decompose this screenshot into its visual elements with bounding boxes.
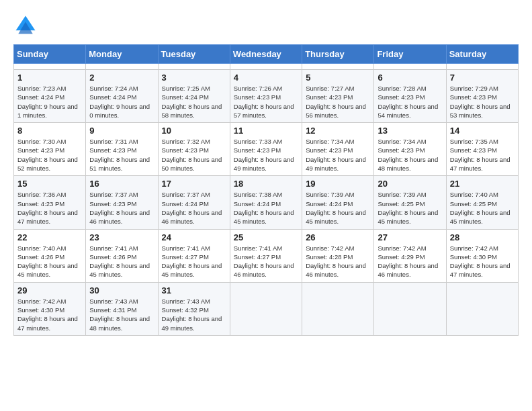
day-number: 21 xyxy=(450,179,515,189)
day-number: 14 xyxy=(450,126,515,136)
day-info: Sunrise: 7:32 AMSunset: 4:23 PMDaylight:… xyxy=(162,137,226,173)
day-info: Sunrise: 7:37 AMSunset: 4:23 PMDaylight:… xyxy=(89,190,154,226)
calendar-cell: 16Sunrise: 7:37 AMSunset: 4:23 PMDayligh… xyxy=(86,176,158,229)
day-info: Sunrise: 7:38 AMSunset: 4:24 PMDaylight:… xyxy=(234,190,298,226)
day-info: Sunrise: 7:34 AMSunset: 4:23 PMDaylight:… xyxy=(378,137,442,173)
day-info: Sunrise: 7:23 AMSunset: 4:24 PMDaylight:… xyxy=(17,84,82,120)
calendar-cell xyxy=(374,64,446,70)
day-number: 7 xyxy=(450,73,515,83)
day-number: 9 xyxy=(89,126,154,136)
day-number: 19 xyxy=(306,179,370,189)
calendar-week-row: 1Sunrise: 7:23 AMSunset: 4:24 PMDaylight… xyxy=(14,70,519,123)
day-info: Sunrise: 7:24 AMSunset: 4:24 PMDaylight:… xyxy=(89,84,154,120)
day-info: Sunrise: 7:37 AMSunset: 4:24 PMDaylight:… xyxy=(162,190,226,226)
calendar-week-row: 22Sunrise: 7:40 AMSunset: 4:26 PMDayligh… xyxy=(14,229,519,282)
calendar-cell: 10Sunrise: 7:32 AMSunset: 4:23 PMDayligh… xyxy=(158,123,230,176)
day-number: 13 xyxy=(378,126,442,136)
day-number: 31 xyxy=(162,285,226,295)
logo-icon xyxy=(13,13,38,38)
day-number: 10 xyxy=(162,126,226,136)
calendar-cell xyxy=(230,64,302,70)
calendar-cell xyxy=(86,64,158,70)
day-number: 23 xyxy=(89,232,154,242)
day-info: Sunrise: 7:41 AMSunset: 4:27 PMDaylight:… xyxy=(162,244,226,279)
calendar-cell: 25Sunrise: 7:41 AMSunset: 4:27 PMDayligh… xyxy=(230,229,302,282)
calendar-week-row: 8Sunrise: 7:30 AMSunset: 4:23 PMDaylight… xyxy=(14,123,519,176)
day-info: Sunrise: 7:26 AMSunset: 4:23 PMDaylight:… xyxy=(234,84,298,120)
calendar-cell xyxy=(230,282,302,335)
calendar-header-tuesday: Tuesday xyxy=(158,45,230,64)
day-number: 16 xyxy=(89,179,154,189)
day-info: Sunrise: 7:40 AMSunset: 4:26 PMDaylight:… xyxy=(17,244,82,279)
day-info: Sunrise: 7:36 AMSunset: 4:23 PMDaylight:… xyxy=(17,190,82,226)
calendar-cell: 7Sunrise: 7:29 AMSunset: 4:23 PMDaylight… xyxy=(446,70,518,123)
day-number: 11 xyxy=(234,126,298,136)
calendar-week-row: 29Sunrise: 7:42 AMSunset: 4:30 PMDayligh… xyxy=(14,282,519,335)
calendar-header-friday: Friday xyxy=(374,45,446,64)
calendar-cell: 14Sunrise: 7:35 AMSunset: 4:23 PMDayligh… xyxy=(446,123,518,176)
day-number: 30 xyxy=(89,285,154,295)
calendar-cell: 27Sunrise: 7:42 AMSunset: 4:29 PMDayligh… xyxy=(374,229,446,282)
day-number: 1 xyxy=(17,73,82,83)
day-info: Sunrise: 7:42 AMSunset: 4:30 PMDaylight:… xyxy=(17,297,82,332)
calendar-cell: 12Sunrise: 7:34 AMSunset: 4:23 PMDayligh… xyxy=(302,123,374,176)
calendar-cell: 17Sunrise: 7:37 AMSunset: 4:24 PMDayligh… xyxy=(158,176,230,229)
day-info: Sunrise: 7:42 AMSunset: 4:28 PMDaylight:… xyxy=(306,244,370,279)
day-info: Sunrise: 7:27 AMSunset: 4:23 PMDaylight:… xyxy=(306,84,370,120)
day-info: Sunrise: 7:31 AMSunset: 4:23 PMDaylight:… xyxy=(89,137,154,173)
calendar-cell: 24Sunrise: 7:41 AMSunset: 4:27 PMDayligh… xyxy=(158,229,230,282)
day-number: 24 xyxy=(162,232,226,242)
day-number: 20 xyxy=(378,179,442,189)
day-info: Sunrise: 7:25 AMSunset: 4:24 PMDaylight:… xyxy=(162,84,226,120)
day-info: Sunrise: 7:41 AMSunset: 4:27 PMDaylight:… xyxy=(234,244,298,279)
calendar-cell: 4Sunrise: 7:26 AMSunset: 4:23 PMDaylight… xyxy=(230,70,302,123)
calendar-header-wednesday: Wednesday xyxy=(230,45,302,64)
calendar-cell: 21Sunrise: 7:40 AMSunset: 4:25 PMDayligh… xyxy=(446,176,518,229)
calendar-cell xyxy=(446,64,518,70)
page-header xyxy=(13,13,519,38)
logo xyxy=(13,13,40,38)
day-number: 22 xyxy=(17,232,82,242)
calendar-header-row: SundayMondayTuesdayWednesdayThursdayFrid… xyxy=(14,45,519,64)
day-number: 5 xyxy=(306,73,370,83)
day-info: Sunrise: 7:30 AMSunset: 4:23 PMDaylight:… xyxy=(17,137,82,173)
day-number: 25 xyxy=(234,232,298,242)
day-info: Sunrise: 7:42 AMSunset: 4:30 PMDaylight:… xyxy=(450,244,515,279)
calendar-cell: 18Sunrise: 7:38 AMSunset: 4:24 PMDayligh… xyxy=(230,176,302,229)
calendar-cell: 1Sunrise: 7:23 AMSunset: 4:24 PMDaylight… xyxy=(14,70,86,123)
calendar-cell xyxy=(446,282,518,335)
calendar-cell: 13Sunrise: 7:34 AMSunset: 4:23 PMDayligh… xyxy=(374,123,446,176)
calendar-cell: 29Sunrise: 7:42 AMSunset: 4:30 PMDayligh… xyxy=(14,282,86,335)
calendar-cell xyxy=(302,282,374,335)
day-info: Sunrise: 7:41 AMSunset: 4:26 PMDaylight:… xyxy=(89,244,154,279)
calendar-table: SundayMondayTuesdayWednesdayThursdayFrid… xyxy=(13,44,519,336)
calendar-cell xyxy=(14,64,86,70)
calendar-week-row: 15Sunrise: 7:36 AMSunset: 4:23 PMDayligh… xyxy=(14,176,519,229)
calendar-cell: 20Sunrise: 7:39 AMSunset: 4:25 PMDayligh… xyxy=(374,176,446,229)
calendar-cell: 3Sunrise: 7:25 AMSunset: 4:24 PMDaylight… xyxy=(158,70,230,123)
day-info: Sunrise: 7:35 AMSunset: 4:23 PMDaylight:… xyxy=(450,137,515,173)
day-number: 29 xyxy=(17,285,82,295)
day-number: 15 xyxy=(17,179,82,189)
calendar-cell: 15Sunrise: 7:36 AMSunset: 4:23 PMDayligh… xyxy=(14,176,86,229)
day-number: 4 xyxy=(234,73,298,83)
day-number: 12 xyxy=(306,126,370,136)
calendar-cell: 30Sunrise: 7:43 AMSunset: 4:31 PMDayligh… xyxy=(86,282,158,335)
calendar-cell: 8Sunrise: 7:30 AMSunset: 4:23 PMDaylight… xyxy=(14,123,86,176)
calendar-cell: 2Sunrise: 7:24 AMSunset: 4:24 PMDaylight… xyxy=(86,70,158,123)
day-info: Sunrise: 7:40 AMSunset: 4:25 PMDaylight:… xyxy=(450,190,515,226)
calendar-cell xyxy=(302,64,374,70)
calendar-cell: 28Sunrise: 7:42 AMSunset: 4:30 PMDayligh… xyxy=(446,229,518,282)
calendar-cell xyxy=(158,64,230,70)
calendar-header-thursday: Thursday xyxy=(302,45,374,64)
calendar-cell: 11Sunrise: 7:33 AMSunset: 4:23 PMDayligh… xyxy=(230,123,302,176)
day-number: 18 xyxy=(234,179,298,189)
day-info: Sunrise: 7:34 AMSunset: 4:23 PMDaylight:… xyxy=(306,137,370,173)
day-info: Sunrise: 7:39 AMSunset: 4:25 PMDaylight:… xyxy=(378,190,442,226)
calendar-week-row xyxy=(14,64,519,70)
calendar-cell: 22Sunrise: 7:40 AMSunset: 4:26 PMDayligh… xyxy=(14,229,86,282)
calendar-cell: 9Sunrise: 7:31 AMSunset: 4:23 PMDaylight… xyxy=(86,123,158,176)
day-number: 6 xyxy=(378,73,442,83)
day-info: Sunrise: 7:39 AMSunset: 4:24 PMDaylight:… xyxy=(306,190,370,226)
calendar-cell: 23Sunrise: 7:41 AMSunset: 4:26 PMDayligh… xyxy=(86,229,158,282)
